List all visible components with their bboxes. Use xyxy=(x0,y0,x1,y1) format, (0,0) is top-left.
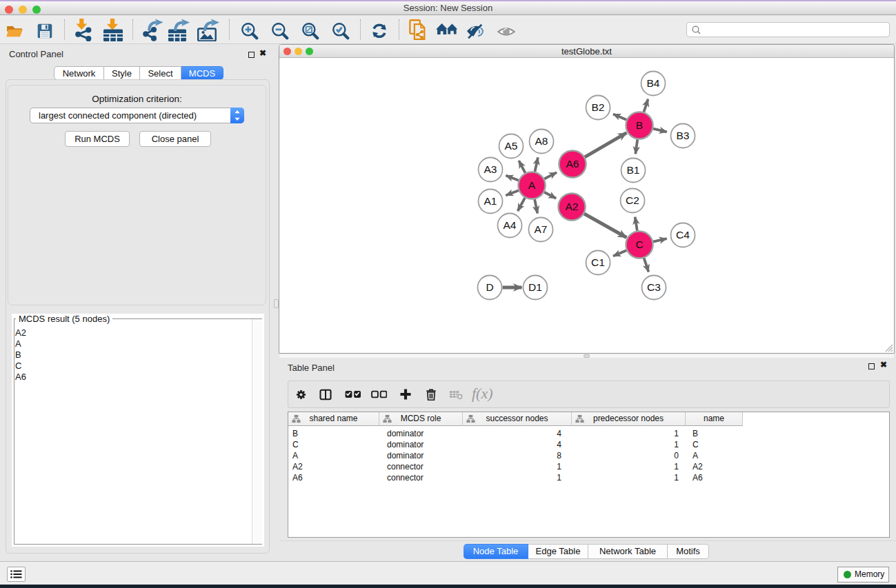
svg-text:A8: A8 xyxy=(535,135,548,147)
svg-text:C3: C3 xyxy=(647,281,661,293)
svg-text:A1: A1 xyxy=(484,195,497,207)
svg-text:C1: C1 xyxy=(591,256,605,268)
svg-text:B1: B1 xyxy=(627,164,640,176)
svg-text:B4: B4 xyxy=(647,77,660,89)
svg-text:A: A xyxy=(528,179,536,191)
svg-text:B2: B2 xyxy=(592,101,605,113)
svg-text:A7: A7 xyxy=(535,223,548,235)
svg-text:B: B xyxy=(636,119,643,131)
svg-text:A5: A5 xyxy=(505,140,518,152)
svg-text:A4: A4 xyxy=(504,219,517,231)
svg-text:D: D xyxy=(486,281,493,293)
svg-text:C2: C2 xyxy=(626,194,639,206)
svg-text:C4: C4 xyxy=(676,229,690,241)
svg-text:A2: A2 xyxy=(566,201,579,212)
svg-text:B3: B3 xyxy=(677,130,690,141)
svg-text:C: C xyxy=(635,239,643,250)
svg-text:D1: D1 xyxy=(528,281,542,293)
svg-text:A6: A6 xyxy=(566,158,579,170)
svg-text:A3: A3 xyxy=(484,163,497,175)
